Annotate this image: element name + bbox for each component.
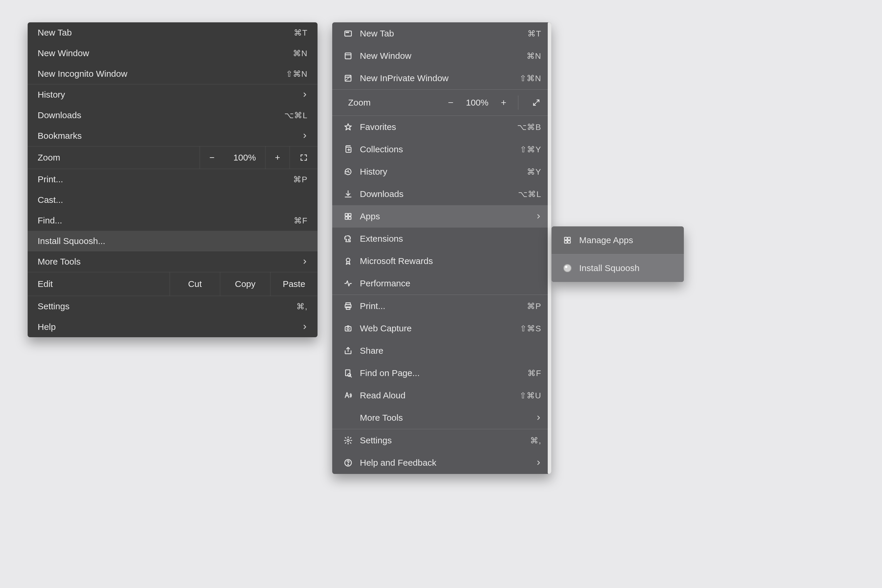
- menu-item-label: New Incognito Window: [38, 69, 280, 79]
- menu-item-share[interactable]: Share: [332, 340, 551, 362]
- menu-item-settings[interactable]: Settings ⌘,: [28, 296, 318, 316]
- history-icon: [342, 167, 354, 176]
- zoom-plus-button[interactable]: +: [265, 146, 290, 169]
- menu-item-new-window[interactable]: New Window ⌘N: [332, 45, 551, 67]
- squoosh-icon: [561, 264, 573, 272]
- menu-item-shortcut: ⇧⌘N: [519, 74, 541, 83]
- menu-item-bookmarks[interactable]: Bookmarks: [28, 126, 318, 146]
- menu-item-shortcut: ⌘F: [527, 368, 541, 378]
- chevron-right-icon: [536, 460, 541, 465]
- edit-copy-button[interactable]: Copy: [220, 272, 270, 296]
- stage: { "chrome_menu": { "group1": [ {"label":…: [0, 0, 882, 588]
- menu-item-shortcut: ⌘N: [293, 48, 308, 58]
- menu-item-new-window[interactable]: New Window ⌘N: [28, 43, 318, 63]
- menu-item-label: Print...: [38, 174, 287, 184]
- menu-item-find[interactable]: Find... ⌘F: [28, 210, 318, 231]
- menu-item-history[interactable]: History: [28, 84, 318, 105]
- menu-item-label: Extensions: [360, 234, 541, 244]
- zoom-minus-button[interactable]: [440, 90, 461, 116]
- edit-paste-button[interactable]: Paste: [270, 272, 318, 296]
- menu-item-label: Share: [360, 346, 541, 356]
- svg-rect-39: [568, 240, 570, 243]
- menu-item-label: Install Squoosh: [579, 263, 674, 273]
- submenu-item-manage-apps[interactable]: Manage Apps: [552, 226, 684, 254]
- menu-item-label: Help: [38, 322, 296, 332]
- menu-item-shortcut: ⌘N: [526, 51, 541, 61]
- fullscreen-icon: [300, 153, 308, 162]
- fullscreen-button[interactable]: [290, 146, 318, 169]
- menu-item-shortcut: ⌥⌘L: [518, 189, 541, 199]
- menu-item-new-tab[interactable]: New Tab ⌘T: [332, 22, 551, 45]
- minus-icon: [447, 99, 454, 106]
- menu-item-label: New Tab: [38, 28, 288, 38]
- menu-item-print[interactable]: Print... ⌘P: [28, 169, 318, 190]
- menu-item-install-squoosh[interactable]: Install Squoosh...: [28, 231, 318, 251]
- menu-item-help-and-feedback[interactable]: Help and Feedback: [332, 452, 551, 474]
- menu-item-label: Apps: [360, 212, 530, 221]
- chevron-right-icon: [302, 324, 308, 330]
- menu-item-apps[interactable]: Apps: [332, 205, 551, 228]
- expand-icon: [532, 99, 540, 107]
- menu-item-print[interactable]: Print... ⌘P: [332, 295, 551, 317]
- menu-item-web-capture[interactable]: Web Capture ⇧⌘S: [332, 317, 551, 340]
- menu-item-help[interactable]: Help: [28, 316, 318, 337]
- chevron-right-icon: [536, 415, 541, 420]
- button-label: Paste: [283, 279, 306, 289]
- menu-item-label: Performance: [360, 278, 541, 288]
- menu-item-cast[interactable]: Cast...: [28, 190, 318, 210]
- scrollbar[interactable]: [548, 22, 551, 474]
- menu-item-downloads[interactable]: Downloads ⌥⌘L: [28, 105, 318, 126]
- menu-item-new-tab[interactable]: New Tab ⌘T: [28, 22, 318, 43]
- settings-icon: [342, 436, 354, 445]
- minus-icon: −: [209, 153, 214, 163]
- chevron-right-icon: [536, 214, 541, 219]
- fullscreen-button[interactable]: [526, 90, 546, 116]
- menu-item-more-tools[interactable]: More Tools: [332, 406, 551, 429]
- button-label: Cut: [188, 279, 202, 289]
- menu-item-new-inprivate-window[interactable]: New InPrivate Window ⇧⌘N: [332, 67, 551, 89]
- menu-item-favorites[interactable]: Favorites ⌥⌘B: [332, 116, 551, 138]
- svg-rect-20: [348, 213, 351, 216]
- print-icon: [342, 302, 354, 310]
- menu-item-microsoft-rewards[interactable]: Microsoft Rewards: [332, 250, 551, 272]
- menu-item-settings[interactable]: Settings ⌘,: [332, 429, 551, 452]
- menu-item-collections[interactable]: Collections ⇧⌘Y: [332, 138, 551, 160]
- zoom-minus-button[interactable]: −: [200, 146, 224, 169]
- menu-item-downloads[interactable]: Downloads ⌥⌘L: [332, 183, 551, 205]
- menu-item-shortcut: ⇧⌘S: [520, 324, 541, 333]
- svg-point-33: [347, 439, 349, 442]
- menu-item-history[interactable]: History ⌘Y: [332, 160, 551, 183]
- menu-item-label: Collections: [360, 144, 514, 154]
- menu-item-shortcut: ⇧⌘U: [519, 391, 541, 400]
- svg-line-32: [351, 376, 352, 377]
- plus-icon: [500, 99, 507, 106]
- apps-submenu: Manage Apps Install Squoosh: [552, 226, 684, 282]
- svg-point-1: [346, 32, 346, 33]
- menu-item-label: Bookmarks: [38, 131, 296, 141]
- menu-item-shortcut: ⇧⌘N: [286, 69, 308, 79]
- menu-item-more-tools[interactable]: More Tools: [28, 251, 318, 272]
- svg-marker-13: [345, 124, 352, 130]
- menu-item-new-incognito-window[interactable]: New Incognito Window ⇧⌘N: [28, 63, 318, 84]
- downloads-icon: [342, 190, 354, 198]
- menu-item-label: Settings: [38, 302, 291, 311]
- edit-cut-button[interactable]: Cut: [170, 272, 220, 296]
- menu-item-label: Cast...: [38, 195, 308, 205]
- menu-item-extensions[interactable]: Extensions: [332, 228, 551, 250]
- svg-point-3: [348, 32, 349, 33]
- menu-item-performance[interactable]: Performance: [332, 272, 551, 295]
- svg-rect-37: [568, 237, 570, 240]
- menu-item-shortcut: ⌥⌘B: [517, 122, 541, 132]
- menu-item-label: Find on Page...: [360, 368, 522, 378]
- menu-item-shortcut: ⌘T: [294, 28, 308, 38]
- submenu-item-install-squoosh[interactable]: Install Squoosh: [552, 254, 684, 282]
- menu-item-label: Favorites: [360, 122, 511, 132]
- menu-item-find-on-page[interactable]: Find on Page... ⌘F: [332, 362, 551, 384]
- menu-item-label: Zoom: [28, 153, 200, 163]
- zoom-plus-button[interactable]: [494, 90, 514, 116]
- svg-rect-19: [345, 213, 348, 216]
- apps-icon: [561, 236, 573, 244]
- svg-rect-21: [345, 217, 348, 219]
- menu-item-read-aloud[interactable]: Read Aloud ⇧⌘U: [332, 384, 551, 406]
- chrome-menu: New Tab ⌘T New Window ⌘N New Incognito W…: [28, 22, 318, 337]
